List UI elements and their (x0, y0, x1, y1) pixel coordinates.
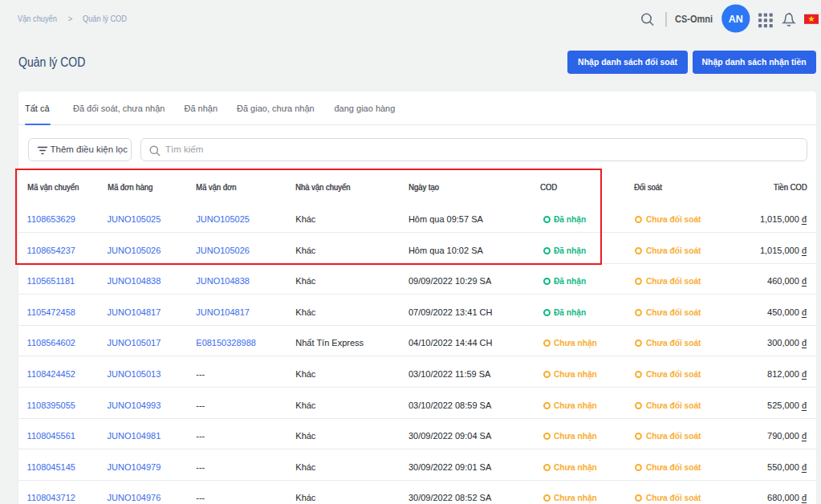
svg-text:CS-Omni: CS-Omni (675, 13, 713, 24)
svg-text:AN: AN (729, 14, 743, 25)
